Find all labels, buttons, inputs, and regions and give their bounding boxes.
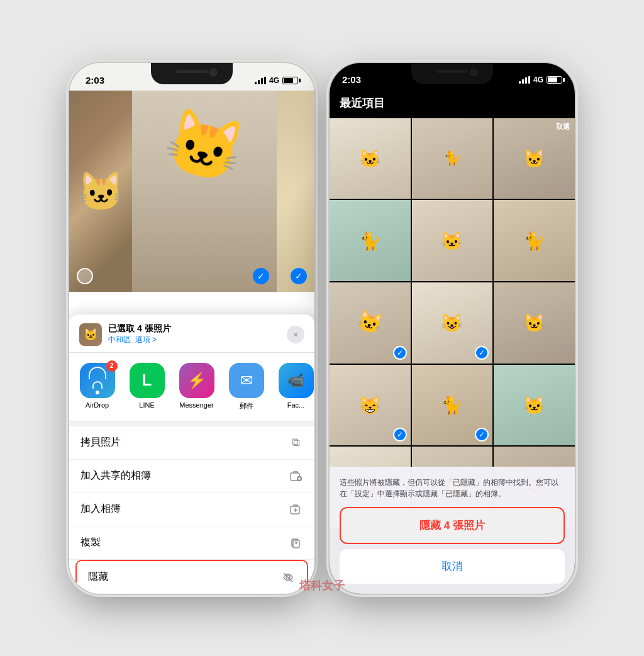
line-text: L xyxy=(142,370,152,390)
confirm-info-text: 這些照片將被隱藏，但仍可以從「已隱藏」的相簿中找到。您可以在「設定」中選擇顯示或… xyxy=(340,477,565,499)
messenger-icon: ⚡ xyxy=(179,363,214,398)
add-shared-album-label: 加入共享的相簿 xyxy=(80,469,151,482)
confirm-hide-label: 隱藏 4 張照片 xyxy=(419,520,485,531)
airdrop-dot xyxy=(96,391,99,394)
app-icons-row: 2 AirDrop L LINE ⚡ xyxy=(69,353,314,421)
airdrop-badge: 2 xyxy=(106,360,118,372)
battery-fill xyxy=(284,78,293,83)
notch-speaker xyxy=(176,70,208,73)
hide-action[interactable]: 隱藏 xyxy=(75,560,308,594)
add-album-action[interactable]: 加入相簿 xyxy=(69,493,314,526)
face-icon: 📹 xyxy=(279,363,314,398)
duplicate-icon xyxy=(288,535,303,550)
mail-label: 郵件 xyxy=(240,401,253,411)
right-battery-fill xyxy=(548,77,557,82)
confirm-hide-button[interactable]: 隱藏 4 張照片 xyxy=(340,507,565,544)
messenger-symbol: ⚡ xyxy=(187,372,206,389)
check-11: ✓ xyxy=(475,428,489,442)
photo-preview-area: 🐱 ✓ ✓ xyxy=(69,91,314,292)
album-header: 最近項目 xyxy=(330,91,575,116)
facetime-app[interactable]: 📹 Fac... xyxy=(275,363,314,411)
mail-icon: ✉ xyxy=(229,363,264,398)
check-7: ✓ xyxy=(393,346,407,360)
grid-photo-11[interactable]: 🐈 ✓ xyxy=(412,365,493,446)
airdrop-label: AirDrop xyxy=(86,401,109,409)
airdrop-icon: 2 xyxy=(80,363,115,398)
share-options-link[interactable]: 選項 > xyxy=(135,335,157,344)
share-subtitle: 中和區 選項 > xyxy=(108,335,287,345)
copy-photos-action[interactable]: 拷貝照片 ⧉ xyxy=(69,426,314,460)
cat-emoji-7: 🐱 xyxy=(355,308,385,338)
share-info: 已選取 4 張照片 中和區 選項 > xyxy=(108,323,287,345)
cancel-button[interactable]: 取消 xyxy=(340,549,565,584)
cat-photo-right xyxy=(277,91,314,292)
share-avatar: 🐱 xyxy=(79,323,102,346)
select-badge: 取選 xyxy=(556,122,570,131)
photo-left xyxy=(69,91,132,292)
hide-icon xyxy=(280,570,296,585)
left-time: 2:03 xyxy=(86,75,104,86)
mail-symbol: ✉ xyxy=(240,372,253,389)
cat-emoji-1: 🐱 xyxy=(359,148,381,169)
right-phone: 2:03 4G 最近項目 xyxy=(330,63,575,594)
grid-photo-8[interactable]: 😺 ✓ xyxy=(412,282,493,364)
cat-emoji-4: 🐈 xyxy=(359,230,381,251)
photo-check-right[interactable]: ✓ xyxy=(291,268,307,284)
cat-hanging-emoji: 🐱 xyxy=(157,100,252,192)
right-screen: 2:03 4G 最近項目 xyxy=(330,63,575,594)
line-app[interactable]: L LINE xyxy=(126,363,167,411)
grid-photo-4[interactable]: 🐈 xyxy=(330,200,411,281)
notch-camera xyxy=(209,69,217,76)
grid-photo-10[interactable]: 😸 ✓ xyxy=(330,365,411,446)
grid-photo-5[interactable]: 🐱 xyxy=(412,200,493,281)
face-symbol: 📹 xyxy=(287,372,304,389)
share-title: 已選取 4 張照片 xyxy=(108,323,287,335)
cat-photo-center: 🐱 xyxy=(132,91,277,292)
add-album-icon xyxy=(288,502,303,517)
grid-photo-12[interactable]: 🐱 xyxy=(494,365,575,446)
share-sheet: 🐱 已選取 4 張照片 中和區 選項 > × xyxy=(69,314,314,594)
photo-right: ✓ xyxy=(277,91,314,292)
cat-emoji-11: 🐈 xyxy=(441,394,463,415)
cat-emoji-10: 😸 xyxy=(359,394,381,415)
right-battery xyxy=(547,76,562,84)
add-album-label: 加入相簿 xyxy=(80,503,121,516)
grid-photo-7[interactable]: 🐱 ✓ xyxy=(330,282,411,364)
airdrop-waves xyxy=(89,367,106,394)
duplicate-label: 複製 xyxy=(80,536,101,549)
messenger-label: Messenger xyxy=(179,401,213,409)
right-time: 2:03 xyxy=(342,74,361,85)
photo-select-circle[interactable] xyxy=(77,268,93,284)
messenger-app[interactable]: ⚡ Messenger xyxy=(176,363,217,411)
check-8: ✓ xyxy=(475,346,489,360)
cat-emoji-9: 🐱 xyxy=(523,313,545,333)
grid-photo-9[interactable]: 🐱 xyxy=(494,282,575,364)
add-shared-album-action[interactable]: 加入共享的相簿 xyxy=(69,460,314,493)
action-list: 拷貝照片 ⧉ 加入共享的相簿 xyxy=(69,426,314,594)
cat-emoji-2: 🐈 xyxy=(443,150,460,167)
close-button[interactable]: × xyxy=(287,326,304,343)
left-screen: 🐱 ✓ ✓ 🐱 已選取 4 張照片 中和區 選 xyxy=(69,91,314,594)
grid-photo-6[interactable]: 🐈 xyxy=(494,200,575,281)
confirm-panel: 這些照片將被隱藏，但仍可以從「已隱藏」的相簿中找到。您可以在「設定」中選擇顯示或… xyxy=(330,467,575,594)
shared-album-icon xyxy=(288,469,303,484)
share-location: 中和區 xyxy=(108,335,131,344)
grid-photo-2[interactable]: 🐈 xyxy=(412,118,493,199)
line-label: LINE xyxy=(139,401,154,409)
mail-app[interactable]: ✉ 郵件 xyxy=(226,363,267,411)
photo-center: 🐱 ✓ xyxy=(132,91,277,292)
copy-icon: ⧉ xyxy=(288,435,303,450)
right-status-bar: 2:03 4G xyxy=(330,63,575,91)
photo-check-center[interactable]: ✓ xyxy=(253,268,269,284)
grid-photo-3[interactable]: 🐱 取選 xyxy=(494,118,575,199)
signal-bars xyxy=(255,77,266,84)
battery-icon xyxy=(282,77,298,84)
airdrop-app[interactable]: 2 AirDrop xyxy=(77,363,118,411)
wave-mid xyxy=(92,381,103,389)
duplicate-action[interactable]: 複製 xyxy=(69,526,314,560)
right-status-icons: 4G xyxy=(519,75,562,84)
right-network: 4G xyxy=(533,75,543,84)
cat-emoji-5: 🐱 xyxy=(441,230,463,251)
grid-photo-1[interactable]: 🐱 xyxy=(330,118,411,199)
check-10: ✓ xyxy=(393,428,407,442)
